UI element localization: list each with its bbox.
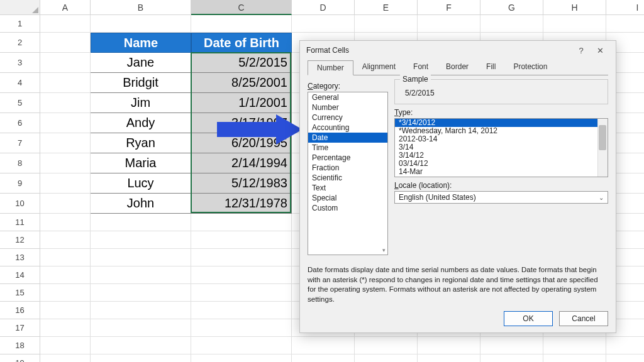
cell-C6[interactable]: 3/17/1997: [191, 113, 292, 133]
row-header[interactable]: 15: [0, 284, 40, 302]
col-header-I[interactable]: I: [606, 0, 644, 15]
cell-B8[interactable]: Maria: [91, 153, 191, 173]
row-header[interactable]: 4: [0, 73, 40, 93]
cell-A16[interactable]: [40, 302, 91, 319]
row-header[interactable]: 3: [0, 53, 40, 73]
cell-B2[interactable]: Name: [91, 33, 191, 53]
cell-A18[interactable]: [40, 337, 91, 354]
cell-I18[interactable]: [606, 337, 644, 354]
row-header[interactable]: 10: [0, 194, 40, 214]
col-header-G[interactable]: G: [480, 0, 543, 15]
row-header[interactable]: 16: [0, 302, 40, 319]
cell-A3[interactable]: [40, 53, 91, 73]
cell-B11[interactable]: [91, 214, 191, 231]
cell-C17[interactable]: [191, 319, 292, 337]
cell-C11[interactable]: [191, 214, 292, 231]
cell-B5[interactable]: Jim: [91, 93, 191, 113]
cell-A15[interactable]: [40, 284, 91, 302]
cell-B1[interactable]: [91, 15, 191, 33]
locale-combobox[interactable]: English (United States) ⌄: [394, 191, 608, 204]
cell-C1[interactable]: [191, 15, 292, 33]
cell-C12[interactable]: [191, 231, 292, 249]
cell-A4[interactable]: [40, 73, 91, 93]
category-item[interactable]: Custom: [308, 203, 387, 213]
cell-A10[interactable]: [40, 194, 91, 214]
cell-A13[interactable]: [40, 249, 91, 266]
cell-A14[interactable]: [40, 266, 91, 284]
tab-font[interactable]: Font: [404, 60, 437, 75]
cell-C16[interactable]: [191, 302, 292, 319]
category-item[interactable]: Date: [308, 133, 387, 143]
cell-G18[interactable]: [480, 337, 543, 354]
cell-A11[interactable]: [40, 214, 91, 231]
col-header-D[interactable]: D: [292, 0, 355, 15]
col-header-C[interactable]: C: [191, 0, 292, 15]
category-item[interactable]: General: [308, 92, 387, 102]
cell-A12[interactable]: [40, 231, 91, 249]
cell-B7[interactable]: Ryan: [91, 133, 191, 153]
cell-A9[interactable]: [40, 173, 91, 194]
cell-A17[interactable]: [40, 319, 91, 337]
cell-C19[interactable]: [191, 354, 292, 362]
row-header[interactable]: 2: [0, 33, 40, 53]
cell-A5[interactable]: [40, 93, 91, 113]
category-item[interactable]: Scientific: [308, 173, 387, 183]
cell-B6[interactable]: Andy: [91, 113, 191, 133]
cell-G1[interactable]: [480, 15, 543, 33]
cell-B15[interactable]: [91, 284, 191, 302]
cell-C5[interactable]: 1/1/2001: [191, 93, 292, 113]
cell-C3[interactable]: 5/2/2015: [191, 53, 292, 73]
row-header[interactable]: 7: [0, 133, 40, 153]
cell-C8[interactable]: 2/14/1994: [191, 153, 292, 173]
close-icon[interactable]: ✕: [591, 46, 609, 55]
cell-G19[interactable]: [480, 354, 543, 362]
cell-E1[interactable]: [355, 15, 418, 33]
type-item[interactable]: 03/14/12: [395, 160, 608, 168]
cell-B9[interactable]: Lucy: [91, 173, 191, 194]
col-header-F[interactable]: F: [418, 0, 480, 15]
row-header[interactable]: 5: [0, 93, 40, 113]
category-item[interactable]: Currency: [308, 112, 387, 123]
type-listbox[interactable]: *3/14/2012*Wednesday, March 14, 20122012…: [394, 118, 608, 177]
tab-number[interactable]: Number: [308, 60, 353, 75]
row-header[interactable]: 1: [0, 15, 40, 33]
cell-A2[interactable]: [40, 33, 91, 53]
scrollbar-thumb[interactable]: [599, 125, 606, 150]
row-header[interactable]: 13: [0, 249, 40, 266]
cell-H18[interactable]: [543, 337, 606, 354]
type-item[interactable]: 2012-03-14: [395, 135, 608, 143]
ok-button[interactable]: OK: [504, 311, 553, 326]
row-header[interactable]: 19: [0, 354, 40, 362]
category-item[interactable]: Special: [308, 193, 387, 203]
cancel-button[interactable]: Cancel: [559, 311, 608, 326]
row-header[interactable]: 12: [0, 231, 40, 249]
help-icon[interactable]: ?: [572, 46, 591, 55]
cell-A8[interactable]: [40, 153, 91, 173]
row-header[interactable]: 9: [0, 173, 40, 194]
cell-D18[interactable]: [292, 337, 355, 354]
cell-A1[interactable]: [40, 15, 91, 33]
cell-I1[interactable]: [606, 15, 644, 33]
row-header[interactable]: 18: [0, 337, 40, 354]
cell-E18[interactable]: [355, 337, 418, 354]
cell-C13[interactable]: [191, 249, 292, 266]
cell-F19[interactable]: [418, 354, 480, 362]
category-listbox[interactable]: GeneralNumberCurrencyAccountingDateTimeP…: [308, 92, 388, 255]
col-header-H[interactable]: H: [543, 0, 606, 15]
row-header[interactable]: 11: [0, 214, 40, 231]
col-header-E[interactable]: E: [355, 0, 418, 15]
cell-C2[interactable]: Date of Birth: [191, 33, 292, 53]
cell-C9[interactable]: 5/12/1983: [191, 173, 292, 194]
cell-I19[interactable]: [606, 354, 644, 362]
cell-B3[interactable]: Jane: [91, 53, 191, 73]
row-header[interactable]: 6: [0, 113, 40, 133]
cell-H19[interactable]: [543, 354, 606, 362]
category-item[interactable]: Accounting: [308, 123, 387, 133]
tab-border[interactable]: Border: [437, 60, 477, 75]
cell-B13[interactable]: [91, 249, 191, 266]
tab-fill[interactable]: Fill: [477, 60, 504, 75]
cell-C18[interactable]: [191, 337, 292, 354]
type-item[interactable]: 3/14: [395, 143, 608, 151]
cell-B16[interactable]: [91, 302, 191, 319]
cell-H1[interactable]: [543, 15, 606, 33]
